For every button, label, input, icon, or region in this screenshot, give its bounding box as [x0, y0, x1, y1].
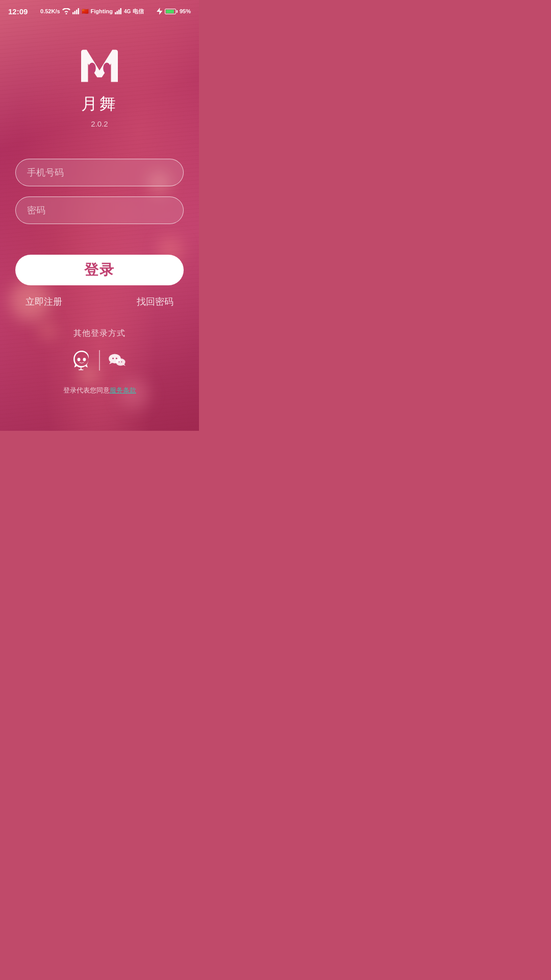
carrier-name: Fighting	[91, 8, 113, 14]
register-link[interactable]: 立即注册	[26, 296, 62, 308]
charge-icon	[157, 8, 163, 15]
app-logo	[77, 43, 122, 89]
svg-point-12	[78, 359, 80, 361]
signal-icon-2	[115, 8, 122, 14]
app-name: 月舞	[81, 93, 118, 115]
svg-rect-4	[115, 12, 116, 14]
form-area	[0, 159, 199, 224]
svg-rect-5	[116, 11, 118, 15]
status-time: 12:09	[8, 7, 28, 16]
password-input[interactable]	[15, 197, 184, 224]
forgot-password-link[interactable]: 找回密码	[137, 296, 173, 308]
flag-emoji: 🇨🇳	[82, 8, 89, 15]
svg-rect-3	[78, 8, 79, 14]
social-icons-row	[68, 347, 131, 374]
wechat-icon	[107, 350, 128, 371]
status-center: 0.52K/s 🇨🇳 Fighting 4G	[40, 8, 144, 15]
svg-point-16	[112, 358, 114, 359]
svg-point-18	[118, 361, 119, 362]
logo-area: 月舞 2.0.2	[77, 43, 122, 128]
network-type: 4G	[124, 9, 131, 14]
network-speed: 0.52K/s	[40, 8, 60, 14]
svg-rect-7	[120, 8, 121, 14]
login-button[interactable]: 登录	[15, 255, 184, 285]
svg-point-9	[103, 63, 110, 74]
svg-point-19	[121, 361, 122, 362]
qq-icon	[71, 350, 92, 371]
svg-rect-6	[118, 10, 120, 14]
svg-rect-2	[76, 10, 78, 14]
terms-prefix: 登录代表您同意	[63, 386, 110, 394]
svg-rect-0	[72, 12, 74, 14]
battery-percent: 95%	[180, 8, 191, 14]
other-login-label: 其他登录方式	[73, 328, 126, 339]
svg-rect-1	[74, 11, 76, 15]
svg-point-8	[88, 63, 95, 74]
svg-point-17	[116, 358, 117, 359]
signal-icon	[72, 8, 80, 14]
wechat-login-button[interactable]	[104, 347, 131, 374]
carrier-name-2: 电信	[133, 8, 144, 15]
qq-login-button[interactable]	[68, 347, 95, 374]
status-right: 95%	[157, 8, 191, 15]
links-row: 立即注册 找回密码	[0, 296, 199, 308]
status-bar: 12:09 0.52K/s 🇨🇳 Fighting	[0, 0, 199, 22]
phone-input[interactable]	[15, 159, 184, 186]
terms-link[interactable]: 服务条款	[110, 386, 136, 394]
terms-text: 登录代表您同意服务条款	[63, 386, 136, 395]
wifi-icon	[62, 8, 70, 14]
social-divider	[99, 350, 100, 371]
svg-point-13	[84, 359, 85, 361]
battery-icon	[165, 9, 178, 14]
app-version: 2.0.2	[91, 119, 108, 128]
